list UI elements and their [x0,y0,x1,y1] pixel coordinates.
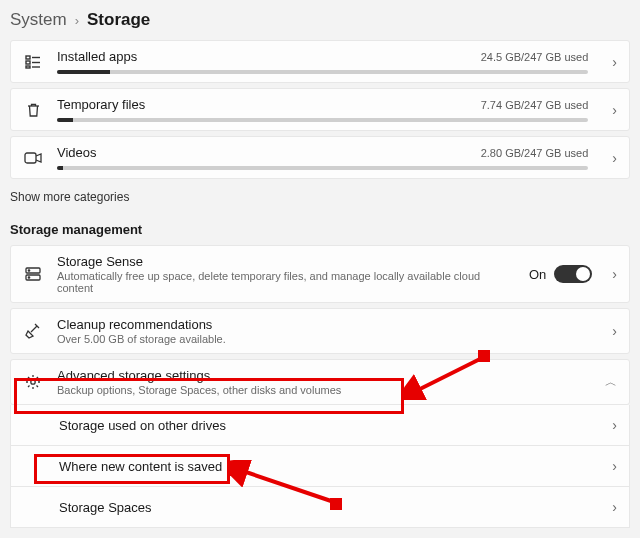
row-title: Advanced storage settings [57,368,591,383]
advanced-storage-settings-row[interactable]: Advanced storage settings Backup options… [10,359,630,405]
usage-bar [57,166,588,170]
sub-row-label: Where new content is saved [59,459,222,474]
usage-text: 24.5 GB/247 GB used [481,51,589,63]
chevron-right-icon: › [606,266,617,282]
broom-icon [23,323,43,339]
chevron-right-icon: › [75,13,79,28]
sub-row-label: Storage used on other drives [59,418,226,433]
breadcrumb: System › Storage [10,8,630,40]
toggle-label: On [529,267,546,282]
drive-icon [23,266,43,282]
storage-sense-row[interactable]: Storage Sense Automatically free up spac… [10,245,630,303]
usage-text: 7.74 GB/247 GB used [481,99,589,111]
chevron-up-icon: ︿ [605,374,617,391]
sub-row-storage-spaces[interactable]: Storage Spaces › [10,487,630,528]
chevron-right-icon: › [606,102,617,118]
usage-row-videos[interactable]: Videos 2.80 GB/247 GB used › [10,136,630,179]
chevron-right-icon: › [606,458,617,474]
apps-icon [23,54,43,70]
row-title: Cleanup recommendations [57,317,592,332]
row-subtitle: Over 5.00 GB of storage available. [57,333,592,345]
usage-row-temporary-files[interactable]: Temporary files 7.74 GB/247 GB used › [10,88,630,131]
svg-point-10 [28,277,29,278]
row-subtitle: Automatically free up space, delete temp… [57,270,515,294]
usage-row-installed-apps[interactable]: Installed apps 24.5 GB/247 GB used › [10,40,630,83]
breadcrumb-root[interactable]: System [10,10,67,30]
svg-point-11 [31,380,35,384]
sub-row-where-new-content-saved[interactable]: Where new content is saved › [10,446,630,487]
gear-icon [23,374,43,390]
usage-text: 2.80 GB/247 GB used [481,147,589,159]
usage-title: Installed apps [57,49,137,64]
chevron-right-icon: › [606,417,617,433]
svg-rect-0 [26,56,30,59]
usage-title: Videos [57,145,97,160]
chevron-right-icon: › [606,150,617,166]
chevron-right-icon: › [606,54,617,70]
svg-rect-6 [25,153,36,163]
show-more-categories[interactable]: Show more categories [10,184,630,218]
usage-bar [57,118,588,122]
cleanup-recommendations-row[interactable]: Cleanup recommendations Over 5.00 GB of … [10,308,630,354]
usage-bar [57,70,588,74]
chevron-right-icon: › [606,499,617,515]
video-icon [23,151,43,165]
section-header-storage-management: Storage management [10,218,630,245]
row-title: Storage Sense [57,254,515,269]
svg-rect-2 [26,66,30,68]
chevron-right-icon: › [606,323,617,339]
breadcrumb-current: Storage [87,10,150,30]
sub-row-label: Storage Spaces [59,500,152,515]
storage-sense-toggle[interactable] [554,265,592,283]
sub-row-storage-used-other-drives[interactable]: Storage used on other drives › [10,405,630,446]
svg-rect-1 [26,61,30,64]
svg-point-9 [28,270,29,271]
usage-title: Temporary files [57,97,145,112]
trash-icon [23,102,43,118]
row-subtitle: Backup options, Storage Spaces, other di… [57,384,591,396]
